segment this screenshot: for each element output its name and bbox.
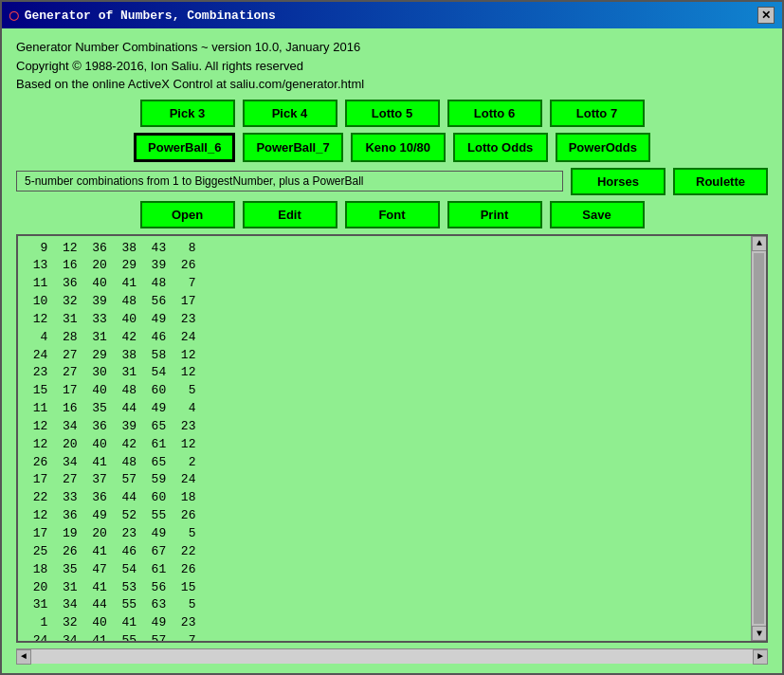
row-status-horses: 5-number combinations from 1 to BiggestN… bbox=[16, 168, 768, 195]
main-window: ◯ Generator of Numbers, Combinations ✕ G… bbox=[0, 0, 784, 675]
title-bar: ◯ Generator of Numbers, Combinations ✕ bbox=[2, 2, 782, 28]
print-button[interactable]: Print bbox=[447, 201, 542, 228]
status-text: 5-number combinations from 1 to BiggestN… bbox=[25, 174, 364, 188]
powerodds-button[interactable]: PowerOdds bbox=[556, 133, 650, 162]
powerball7-button[interactable]: PowerBall_7 bbox=[243, 133, 342, 162]
title-bar-left: ◯ Generator of Numbers, Combinations bbox=[9, 6, 276, 25]
pick3-button[interactable]: Pick 3 bbox=[140, 100, 235, 127]
open-button[interactable]: Open bbox=[140, 201, 235, 228]
data-area[interactable]: 9 12 36 38 43 8 13 16 20 29 39 26 11 36 … bbox=[18, 236, 751, 642]
toolbar-row: Open Edit Font Print Save bbox=[16, 201, 768, 228]
roulette-button[interactable]: Roulette bbox=[673, 168, 768, 195]
button-row-2: PowerBall_6 PowerBall_7 Keno 10/80 Lotto… bbox=[16, 133, 768, 162]
header-text: Generator Number Combinations ~ version … bbox=[16, 38, 768, 94]
scroll-up-arrow[interactable]: ▲ bbox=[752, 236, 767, 251]
keno-button[interactable]: Keno 10/80 bbox=[351, 133, 446, 162]
powerball6-button[interactable]: PowerBall_6 bbox=[134, 133, 235, 162]
edit-button[interactable]: Edit bbox=[243, 201, 337, 228]
status-bar: 5-number combinations from 1 to BiggestN… bbox=[16, 171, 563, 192]
pick4-button[interactable]: Pick 4 bbox=[243, 100, 337, 127]
vertical-scrollbar[interactable]: ▲ ▼ bbox=[751, 236, 766, 642]
scroll-left-arrow[interactable]: ◄ bbox=[16, 649, 31, 665]
font-button[interactable]: Font bbox=[345, 201, 440, 228]
data-area-container: 9 12 36 38 43 8 13 16 20 29 39 26 11 36 … bbox=[16, 234, 768, 644]
lotto6-button[interactable]: Lotto 6 bbox=[447, 100, 542, 127]
horizontal-scrollbar[interactable]: ◄ ► bbox=[16, 648, 768, 664]
scroll-down-arrow[interactable]: ▼ bbox=[752, 626, 767, 641]
scroll-thumb[interactable] bbox=[754, 253, 764, 625]
button-row-1: Pick 3 Pick 4 Lotto 5 Lotto 6 Lotto 7 bbox=[16, 100, 768, 127]
app-icon: ◯ bbox=[9, 6, 19, 25]
lotto7-button[interactable]: Lotto 7 bbox=[550, 100, 645, 127]
content-area: Generator Number Combinations ~ version … bbox=[2, 28, 782, 673]
lotto5-button[interactable]: Lotto 5 bbox=[345, 100, 440, 127]
scroll-right-arrow[interactable]: ► bbox=[753, 649, 768, 665]
hscroll-track[interactable] bbox=[31, 649, 753, 664]
header-line1: Generator Number Combinations ~ version … bbox=[16, 38, 768, 57]
header-line3: Based on the online ActiveX Control at s… bbox=[16, 75, 768, 94]
lottoodds-button[interactable]: Lotto Odds bbox=[453, 133, 548, 162]
horses-button[interactable]: Horses bbox=[571, 168, 665, 195]
window-title: Generator of Numbers, Combinations bbox=[25, 9, 276, 23]
save-button[interactable]: Save bbox=[550, 201, 645, 228]
header-line2: Copyright © 1988-2016, Ion Saliu. All ri… bbox=[16, 57, 768, 76]
close-button[interactable]: ✕ bbox=[757, 7, 775, 24]
